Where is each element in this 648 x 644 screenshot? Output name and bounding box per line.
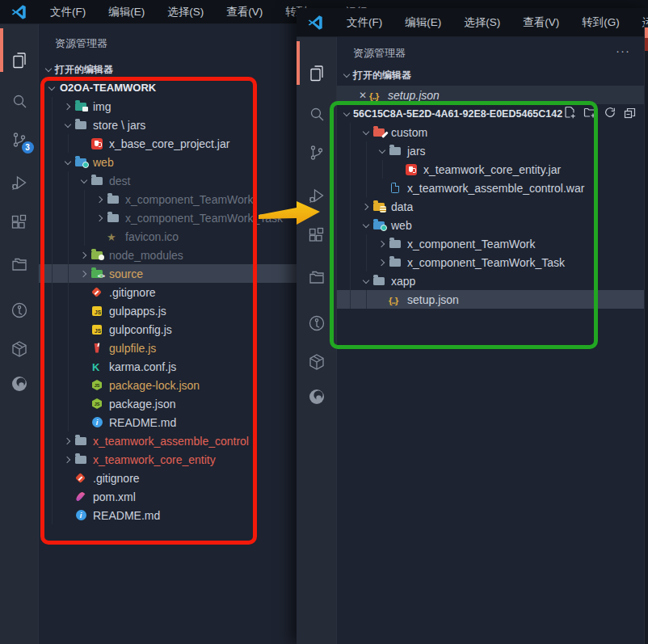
indent-guide: [52, 208, 53, 227]
history-icon[interactable]: [307, 314, 326, 333]
run-debug-icon[interactable]: [307, 186, 326, 205]
refresh-icon[interactable]: [604, 106, 616, 122]
edge-browser-icon[interactable]: [10, 374, 29, 394]
chevron-right-icon[interactable]: [376, 254, 389, 271]
chevron-down-icon[interactable]: [45, 79, 58, 97]
tree-row[interactable]: x_teamwork_assemble_control.war: [337, 179, 648, 197]
indent-guide: [84, 208, 85, 227]
tree-row[interactable]: x_component_TeamWork_Task: [337, 253, 648, 271]
item-label: x_component_TeamWork: [407, 238, 535, 250]
menu-s[interactable]: 选择(S): [452, 12, 511, 33]
chevron-down-icon[interactable]: [360, 217, 372, 234]
tree-row[interactable]: x_component_TeamWork: [337, 234, 648, 253]
item-label: gulpfile.js: [109, 342, 156, 355]
search-icon[interactable]: [307, 104, 326, 124]
background-window-edge: [644, 24, 648, 644]
chevron-down-icon[interactable]: [360, 272, 372, 290]
menu-v[interactable]: 查看(V): [511, 12, 570, 33]
tree-row[interactable]: {..}setup.json: [337, 290, 648, 309]
chevron-right-icon[interactable]: [94, 191, 107, 208]
menu-v[interactable]: 查看(V): [215, 2, 274, 23]
package-icon[interactable]: [307, 352, 326, 372]
indent-guide: [52, 190, 53, 208]
git-icon: [90, 286, 104, 299]
folder-open-icon: [90, 175, 104, 187]
run-debug-icon[interactable]: [10, 173, 29, 192]
explorer-icon[interactable]: [10, 51, 29, 70]
chevron-down-icon[interactable]: [61, 154, 74, 171]
chevron-down-icon[interactable]: [78, 172, 90, 190]
chevron-right-icon[interactable]: [78, 246, 90, 264]
chevron-spacer: [78, 321, 90, 339]
indent-guide: [350, 271, 351, 290]
chevron-spacer: [78, 377, 90, 394]
menu-e[interactable]: 编辑(E): [97, 2, 156, 23]
extensions-icon[interactable]: [10, 213, 29, 233]
chevron-right-icon[interactable]: [94, 209, 107, 227]
chevron-spacer: [61, 469, 74, 487]
chevron-down-icon[interactable]: [61, 116, 74, 134]
edge-browser-icon[interactable]: [307, 387, 326, 406]
item-label: web: [391, 219, 412, 232]
folder-icon: [107, 212, 120, 225]
indent-guide: [350, 253, 351, 271]
chevron-down-icon[interactable]: [376, 142, 389, 160]
indent-guide: [84, 190, 85, 208]
item-label: x_teamwork_assemble_control: [93, 435, 249, 448]
indent-guide: [52, 171, 53, 190]
open-editors-section[interactable]: 打开的编辑器: [337, 66, 648, 84]
tree-row[interactable]: custom: [337, 123, 648, 141]
indent-guide: [350, 216, 351, 234]
open-editors-label: 打开的编辑器: [55, 63, 113, 77]
chevron-down-icon[interactable]: [360, 124, 372, 141]
item-label: xapp: [391, 275, 415, 288]
item-label: pom.xml: [93, 490, 136, 503]
tree-row[interactable]: xapp: [337, 271, 648, 290]
history-icon[interactable]: [10, 301, 29, 320]
chevron-spacer: [78, 339, 90, 357]
chevron-right-icon[interactable]: [61, 451, 74, 469]
chevron-spacer: [61, 488, 74, 506]
new-folder-icon[interactable]: [583, 106, 596, 122]
indent-guide: [350, 141, 351, 160]
indent-guide: [52, 339, 53, 357]
item-label: data: [391, 200, 413, 213]
folder-icon: [74, 453, 88, 466]
chevron-right-icon[interactable]: [61, 432, 74, 450]
open-editor-entry[interactable]: ✕ {..} setup.json: [337, 86, 648, 104]
more-actions-icon[interactable]: ···: [616, 44, 630, 57]
indent-guide: [366, 141, 367, 160]
new-file-icon[interactable]: [563, 106, 576, 122]
collapse-all-icon[interactable]: [624, 106, 637, 122]
folder-section-header[interactable]: 56C15C8A-5E2D-4A61-92E8-E0ED5465C142: [337, 104, 648, 123]
source-control-icon[interactable]: 3: [10, 130, 29, 149]
chevron-right-icon[interactable]: [61, 98, 74, 116]
indent-guide: [350, 160, 351, 179]
explorer-icon[interactable]: [307, 64, 326, 83]
folders-icon[interactable]: [10, 254, 29, 273]
chevron-right-icon[interactable]: [376, 235, 389, 253]
extensions-icon[interactable]: [307, 226, 326, 246]
indent-guide: [52, 431, 53, 450]
screenshot-stage: 文件(F)编辑(E)选择(S)查看(V)转到(G)运行(R) 3 资源管理器 打…: [0, 0, 648, 644]
package-icon[interactable]: [10, 339, 29, 359]
tree-row[interactable]: web: [337, 216, 648, 234]
menu-e[interactable]: 编辑(E): [393, 12, 452, 33]
indent-guide: [52, 264, 53, 283]
tree-row[interactable]: jars: [337, 141, 648, 160]
tree-row[interactable]: data: [337, 197, 648, 216]
close-icon[interactable]: ✕: [356, 90, 369, 101]
chevron-right-icon[interactable]: [78, 265, 90, 283]
menu-g[interactable]: 转到(G): [570, 12, 631, 33]
indent-guide: [52, 450, 53, 469]
folders-icon[interactable]: [307, 267, 326, 286]
search-icon[interactable]: [10, 91, 29, 111]
tree-row[interactable]: x_teamwork_core_entity.jar: [337, 160, 648, 179]
json-icon: {..}: [369, 89, 383, 102]
menu-s[interactable]: 选择(S): [156, 2, 215, 23]
chevron-right-icon[interactable]: [360, 198, 372, 216]
source-control-icon[interactable]: [307, 143, 326, 162]
chevron-spacer: [94, 228, 107, 246]
menu-f[interactable]: 文件(F): [39, 2, 97, 23]
menu-f[interactable]: 文件(F): [335, 12, 393, 33]
